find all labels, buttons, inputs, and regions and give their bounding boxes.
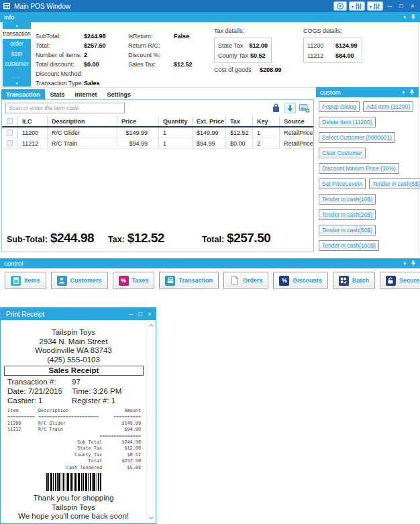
field-value: 2 bbox=[84, 52, 87, 58]
tab-internet[interactable]: Internet bbox=[70, 89, 102, 99]
minimize-button[interactable]: ─ bbox=[385, 1, 395, 11]
column-header-ext-price[interactable]: Ext. Price bbox=[193, 116, 226, 126]
pos-application: Main POS Window ▾ ▾ ─ □ × info ▾ bbox=[0, 0, 420, 524]
select-customer-button[interactable]: Select Customer (0000001) bbox=[319, 132, 395, 143]
pin-icon[interactable] bbox=[411, 260, 416, 266]
batch-button[interactable]: Batch bbox=[333, 272, 375, 289]
row-checkbox[interactable] bbox=[7, 129, 13, 136]
cell-description: R/C Glider bbox=[48, 127, 117, 138]
tender-cash-100-button[interactable]: Tender in cash(100$) bbox=[319, 240, 379, 251]
field-label: Total discount: bbox=[36, 61, 84, 68]
minimize-button[interactable]: ─ bbox=[126, 309, 136, 319]
field-label: Discount %: bbox=[128, 52, 174, 58]
cogs-details-box: 11200$124.99 11212$84.00 bbox=[303, 38, 362, 63]
secure-button[interactable]: Secure bbox=[380, 272, 420, 289]
column-header-quantity[interactable]: Quantity bbox=[159, 116, 193, 126]
maximize-button[interactable]: □ bbox=[397, 1, 406, 11]
cogs-value: $84.00 bbox=[335, 52, 354, 59]
add-item-button[interactable]: Add Item (11200) bbox=[363, 101, 413, 112]
scroll-down-icon[interactable] bbox=[149, 515, 154, 519]
items-button[interactable]: Items bbox=[5, 272, 46, 289]
field-label: Transaction Type: bbox=[36, 80, 84, 87]
tender-cash-10-button[interactable]: Tender in cash(10$) bbox=[319, 194, 376, 205]
chevron-down-icon[interactable]: ▾ bbox=[402, 90, 405, 95]
barcode bbox=[46, 473, 101, 491]
scroll-down-icon[interactable]: ▾ bbox=[3, 80, 31, 87]
select-all-checkbox[interactable] bbox=[7, 118, 13, 124]
sidebar-tab-customer[interactable]: customer bbox=[3, 59, 31, 69]
transaction-button[interactable]: Transaction bbox=[159, 272, 219, 289]
discount-minimum-price-button[interactable]: Discount Minium Price (30%) bbox=[319, 163, 399, 174]
shopping-bag-icon[interactable] bbox=[270, 103, 282, 113]
column-header-source[interactable]: Source bbox=[280, 116, 313, 126]
cogs-details-label: COGS details: bbox=[303, 28, 362, 36]
clear-customer-button[interactable]: Clear Customer bbox=[319, 148, 366, 158]
column-header-price[interactable]: Price bbox=[117, 116, 159, 126]
receipt-meta-row: Date: 7/21/2015Time: 3:26 PM bbox=[7, 386, 146, 396]
field-value: Sales bbox=[84, 80, 100, 87]
tab-settings[interactable]: Settings bbox=[103, 89, 136, 99]
column-header-tax[interactable]: Tax bbox=[226, 116, 253, 126]
table-row[interactable]: 11212 R/C Train $94.99 1 $94.99 $0.00 2 … bbox=[2, 138, 313, 149]
scroll-up-icon[interactable]: ▴ bbox=[3, 22, 31, 29]
cell-quantity: 1 bbox=[159, 138, 193, 148]
settings-dropdown-button-1[interactable]: ▾ bbox=[349, 1, 365, 11]
column-header-ilc[interactable]: ILC bbox=[18, 116, 48, 126]
custom-panel-body: Popup Dialog Add Item (11200) Delete Ite… bbox=[316, 97, 419, 255]
cell-key: 1 bbox=[253, 127, 280, 138]
subtotal-value: $244.98 bbox=[50, 231, 94, 246]
sidebar-tab-order[interactable]: order bbox=[3, 39, 31, 49]
record-button[interactable] bbox=[333, 1, 347, 11]
store-name: Tailspin Toys bbox=[1, 328, 146, 337]
column-header-description[interactable]: Description bbox=[48, 116, 117, 126]
tender-cash-20-button[interactable]: Tender in cash(20$) bbox=[319, 209, 376, 220]
taxes-button[interactable]: % Taxes bbox=[113, 272, 155, 289]
receipt-total-row: Sub Total$244.98 bbox=[1, 439, 146, 446]
add-image-icon[interactable] bbox=[299, 103, 310, 113]
tab-transaction[interactable]: Transaction bbox=[1, 89, 45, 99]
info-panel-header: info ▾ bbox=[0, 12, 420, 22]
customers-button[interactable]: Customers bbox=[51, 272, 108, 289]
chevron-down-icon: ▾ bbox=[370, 4, 372, 9]
app-icon bbox=[3, 2, 11, 10]
close-button[interactable]: × bbox=[145, 309, 154, 319]
customer-icon bbox=[57, 276, 67, 286]
subtotal-label: Sub-Total: bbox=[7, 235, 48, 244]
tender-cash-5-button[interactable]: Tender in cash(5$) bbox=[369, 178, 420, 189]
item-search-row bbox=[2, 100, 313, 116]
custom-panel-title: custom bbox=[320, 89, 341, 96]
field-value: $12.52 bbox=[174, 61, 193, 68]
download-arrow-icon[interactable] bbox=[284, 103, 296, 113]
delete-item-button[interactable]: Delete Item (11200) bbox=[319, 117, 376, 127]
receipt-scrollbar[interactable] bbox=[146, 320, 156, 523]
sidebar-tab-item[interactable]: item bbox=[3, 49, 31, 59]
field-label: Total: bbox=[36, 42, 84, 49]
receipt-total-row: Cash Tendered$5.00 bbox=[1, 465, 146, 471]
tax-value: $0.52 bbox=[250, 52, 266, 59]
discounts-button[interactable]: % Discounts bbox=[273, 272, 328, 289]
field-value: $0.00 bbox=[84, 61, 99, 68]
popup-dialog-button[interactable]: Popup Dialog bbox=[319, 101, 360, 112]
set-price-level-button[interactable]: Set PriceLevelA bbox=[319, 178, 366, 189]
pin-icon[interactable] bbox=[411, 14, 416, 20]
row-checkbox[interactable] bbox=[7, 140, 13, 146]
maximize-button[interactable]: □ bbox=[136, 309, 145, 319]
scroll-up-icon[interactable] bbox=[149, 324, 154, 329]
field-label: Sales Tax: bbox=[128, 61, 174, 68]
item-code-input[interactable] bbox=[5, 103, 125, 113]
orders-button[interactable]: Orders bbox=[223, 272, 269, 289]
chevron-down-icon[interactable]: ▾ bbox=[403, 15, 406, 20]
tab-stats[interactable]: Stats bbox=[46, 89, 70, 99]
tender-cash-50-button[interactable]: Tender in cash(50$) bbox=[319, 225, 376, 235]
table-row[interactable]: 11200 R/C Glider $149.99 1 $149.99 $12.5… bbox=[2, 127, 313, 138]
chevron-down-icon[interactable]: ▾ bbox=[403, 261, 406, 266]
receipt-meta-row: Transaction #:97 bbox=[7, 377, 146, 386]
close-button[interactable]: × bbox=[408, 1, 417, 11]
settings-dropdown-button-2[interactable]: ▾ bbox=[367, 1, 383, 11]
sidebar-tab-transaction[interactable]: transaction bbox=[3, 29, 31, 39]
column-header-key[interactable]: Key bbox=[253, 116, 280, 126]
cost-of-goods-value: $208.99 bbox=[260, 66, 282, 73]
cell-key: 2 bbox=[253, 138, 280, 148]
receipt-body: Tailspin Toys 2934 N. Main Street Woodin… bbox=[1, 320, 156, 523]
pin-icon[interactable] bbox=[409, 89, 415, 95]
